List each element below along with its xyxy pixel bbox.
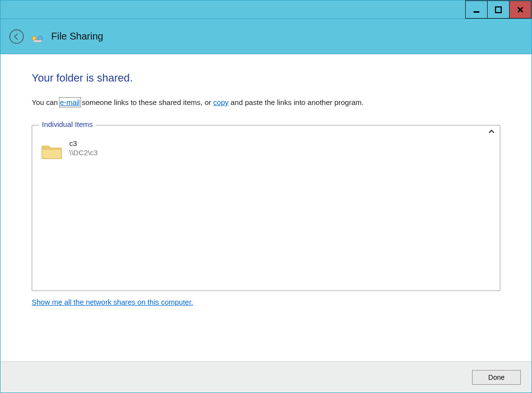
dialog-content: Your folder is shared. You can e-mail so… <box>0 54 532 361</box>
instruction-prefix: You can <box>32 98 60 106</box>
shared-item-text: c3 \\DC2\c3 <box>69 139 98 157</box>
shared-item[interactable]: c3 \\DC2\c3 <box>40 139 492 163</box>
shared-item-path: \\DC2\c3 <box>69 148 98 157</box>
maximize-button[interactable] <box>487 0 510 19</box>
show-all-shares-link[interactable]: Show me all the network shares on this c… <box>32 298 193 306</box>
instruction-middle: someone links to these shared items, or <box>80 98 213 106</box>
dialog-header: File Sharing <box>0 19 532 54</box>
back-button[interactable] <box>9 29 24 44</box>
file-sharing-icon <box>31 30 44 43</box>
svg-rect-6 <box>33 40 42 42</box>
close-button[interactable] <box>509 0 532 19</box>
copy-link[interactable]: copy <box>213 98 229 106</box>
group-title: Individual Items <box>39 120 96 128</box>
individual-items-group: Individual Items c3 \\DC2\c3 <box>32 125 500 291</box>
done-button[interactable]: Done <box>472 370 521 385</box>
instruction-text: You can e-mail someone links to these sh… <box>32 97 500 107</box>
window-titlebar <box>0 0 532 19</box>
file-sharing-window: File Sharing Your folder is shared. You … <box>0 0 532 393</box>
instruction-suffix: and paste the links into another program… <box>229 98 364 106</box>
chevron-up-icon <box>488 128 495 135</box>
svg-rect-1 <box>495 7 501 13</box>
collapse-toggle[interactable] <box>488 128 495 137</box>
dialog-title: File Sharing <box>51 31 103 42</box>
folder-icon <box>40 139 63 163</box>
shared-item-name: c3 <box>69 139 98 147</box>
status-heading: Your folder is shared. <box>32 72 500 84</box>
svg-rect-0 <box>473 11 479 13</box>
email-link[interactable]: e-mail <box>60 98 80 106</box>
minimize-button[interactable] <box>465 0 488 19</box>
dialog-button-bar: Done <box>0 361 532 393</box>
